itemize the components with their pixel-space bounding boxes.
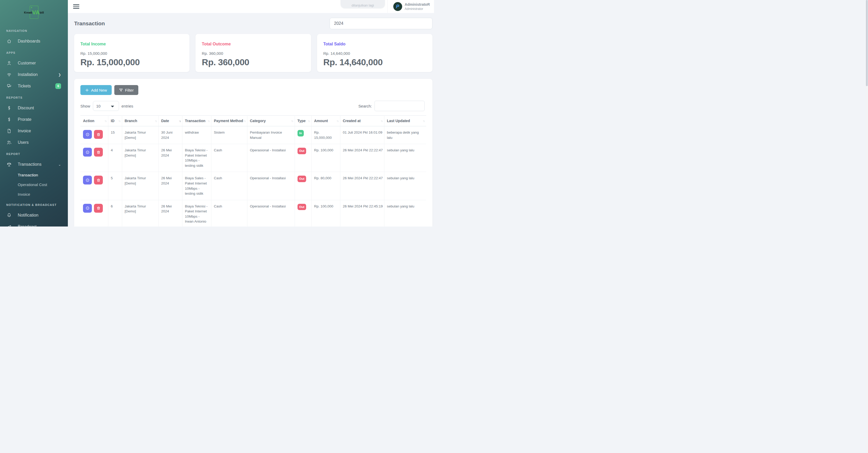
brand-post: bill <box>40 11 44 14</box>
type-badge: In <box>298 130 304 136</box>
sidebar-item-dashboards[interactable]: Dashboards <box>0 35 68 47</box>
tickets-chat-icon <box>6 83 12 89</box>
payment-method-cell: Sistem <box>211 126 247 144</box>
last-updated-cell: sebulan yang lalu <box>384 200 426 226</box>
delete-button[interactable] <box>94 204 103 213</box>
column-header-label: Transaction <box>185 119 206 123</box>
sidebar-item-label: Notification <box>18 213 38 218</box>
column-header-date[interactable]: Date↑↓ <box>158 116 182 126</box>
column-header-last-updated[interactable]: Last Updated↑↓ <box>384 116 426 126</box>
action-cell <box>81 126 108 144</box>
category-cell: Pembayaran Invoice Manual <box>247 126 294 144</box>
branch-cell: Jakarta Timur [Demo] <box>122 144 158 172</box>
bell-icon <box>6 213 12 218</box>
sidebar-item-prorate[interactable]: Prorate <box>0 114 68 125</box>
sidebar-subitem-transaction[interactable]: Transaction <box>0 170 68 180</box>
column-header-label: Last Updated <box>387 119 410 123</box>
delete-button[interactable] <box>94 130 103 139</box>
amount-cell: Rp. 80,000 <box>311 172 340 200</box>
filter-button[interactable]: Filter <box>114 85 138 95</box>
amount-cell: Rp. 100,000 <box>311 144 340 172</box>
type-cell: Out <box>294 200 311 226</box>
sort-icon: ↑↓ <box>381 119 382 122</box>
created-at-cell: 26 Mei 2024 Pkl 22:45:19 <box>340 200 384 226</box>
plus-icon <box>85 88 89 92</box>
column-header-category[interactable]: Category↑↓ <box>247 116 294 126</box>
delete-button[interactable] <box>94 148 103 157</box>
created-at-cell: 26 Mei 2024 Pkl 22:22:47 <box>340 144 384 172</box>
id-cell: 4 <box>108 144 122 172</box>
search-label: Search: <box>358 104 372 108</box>
card-title: Total Outcome <box>202 42 305 46</box>
sidebar-item-transactions[interactable]: Transactions⌄ <box>0 159 68 170</box>
type-cell: Out <box>294 172 311 200</box>
card-amount: Rp. 360,000 <box>202 57 305 67</box>
last-updated-cell: sebulan yang lalu <box>384 144 426 172</box>
sort-icon: ↑↓ <box>208 119 210 122</box>
sidebar-item-users[interactable]: Users <box>0 137 68 148</box>
column-header-label: Amount <box>314 119 328 123</box>
add-new-button[interactable]: Add New <box>81 85 112 95</box>
brand-logo[interactable]: KreatiVAbill <box>0 0 68 25</box>
sidebar-item-tickets[interactable]: Tickets6 <box>0 80 68 92</box>
search-input[interactable] <box>374 101 425 111</box>
wifi-icon <box>6 72 12 77</box>
last-updated-cell: sebulan yang lalu <box>384 172 426 200</box>
sidebar-item-discount[interactable]: Discount <box>0 102 68 114</box>
type-badge: Out <box>298 204 306 210</box>
view-button[interactable] <box>83 204 92 213</box>
transactions-table: Action↑↓ID↑↓Branch↑↓Date↑↓Transaction↑↓P… <box>81 115 426 226</box>
transactions-panel: Add New Filter Show 10 entries Search: <box>74 79 432 226</box>
notification-toast: dilanjutkan lagi <box>341 0 385 8</box>
table-row: 6Jakarta Timur [Demo]26 Mei 2024Biaya Te… <box>81 200 426 226</box>
topbar: dilanjutkan lagi P AdministratoR Adminis… <box>68 0 434 13</box>
amount-cell: Rp. 15,000,000 <box>311 126 340 144</box>
column-header-created-at[interactable]: Created at↑↓ <box>340 116 384 126</box>
add-new-label: Add New <box>91 88 107 92</box>
dollar-icon <box>6 117 12 122</box>
nav-section-label: APPS <box>6 51 68 54</box>
toast-text: dilanjutkan lagi <box>351 3 374 7</box>
sort-icon: ↑↓ <box>291 119 293 122</box>
column-header-type[interactable]: Type↑↓ <box>294 116 311 126</box>
column-header-transaction[interactable]: Transaction↑↓ <box>182 116 211 126</box>
sidebar-item-label: Broadcast <box>18 224 36 226</box>
transaction-cell: Biaya Sales - Paket Internet 10Mbps - te… <box>182 172 211 200</box>
sidebar-item-customer[interactable]: Customer <box>0 57 68 69</box>
table-row: 15Jakarta Timur [Demo]30 Juni 2024withdr… <box>81 126 426 144</box>
view-button[interactable] <box>83 148 92 157</box>
column-header-id[interactable]: ID↑↓ <box>108 116 122 126</box>
id-cell: 5 <box>108 172 122 200</box>
total-income-card: Total Income Rp. 15,000,000 Rp. 15,000,0… <box>74 34 189 72</box>
view-button[interactable] <box>83 175 92 185</box>
sidebar-item-notification[interactable]: Notification <box>0 209 68 221</box>
sort-icon: ↑↓ <box>244 119 246 122</box>
year-filter-input[interactable] <box>330 18 432 29</box>
sidebar-item-label: Dashboards <box>18 39 40 43</box>
table-row: 5Jakarta Timur [Demo]26 Mei 2024Biaya Sa… <box>81 172 426 200</box>
sidebar-item-label: Transactions <box>18 162 41 167</box>
date-cell: 26 Mei 2024 <box>158 144 182 172</box>
column-header-branch[interactable]: Branch↑↓ <box>122 116 158 126</box>
ticket-count-badge: 6 <box>55 83 61 89</box>
transaction-cell: Biaya Teknisi - Paket Internet 10Mbps - … <box>182 200 211 226</box>
sidebar-item-installation[interactable]: Installation❯ <box>0 69 68 80</box>
nav-section-label: REPORT <box>6 152 68 156</box>
total-outcome-card: Total Outcome Rp. 360,000 Rp. 360,000 <box>195 34 311 72</box>
column-header-payment-method[interactable]: Payment Method↑↓ <box>211 116 247 126</box>
sidebar-item-broadcast[interactable]: Broadcast <box>0 221 68 226</box>
view-button[interactable] <box>83 130 92 139</box>
sidebar-item-label: Tickets <box>18 84 31 89</box>
column-header-amount[interactable]: Amount↑↓ <box>311 116 340 126</box>
page-size-select[interactable]: 10 <box>93 101 119 111</box>
delete-button[interactable] <box>94 175 103 185</box>
nav-section-label: NOTIFICATION & BROADCAST <box>6 203 68 206</box>
column-header-label: Category <box>250 119 266 123</box>
type-cell: In <box>294 126 311 144</box>
user-menu[interactable]: P AdministratoR Administrator <box>387 0 431 13</box>
sidebar-subitem-invoice[interactable]: Invoice <box>0 189 68 199</box>
menu-toggle-icon[interactable] <box>73 4 79 9</box>
sidebar-subitem-operational-cost[interactable]: Operational Cost <box>0 180 68 189</box>
sidebar-item-invoice[interactable]: Invoice <box>0 125 68 137</box>
column-header-action[interactable]: Action↑↓ <box>81 116 108 126</box>
